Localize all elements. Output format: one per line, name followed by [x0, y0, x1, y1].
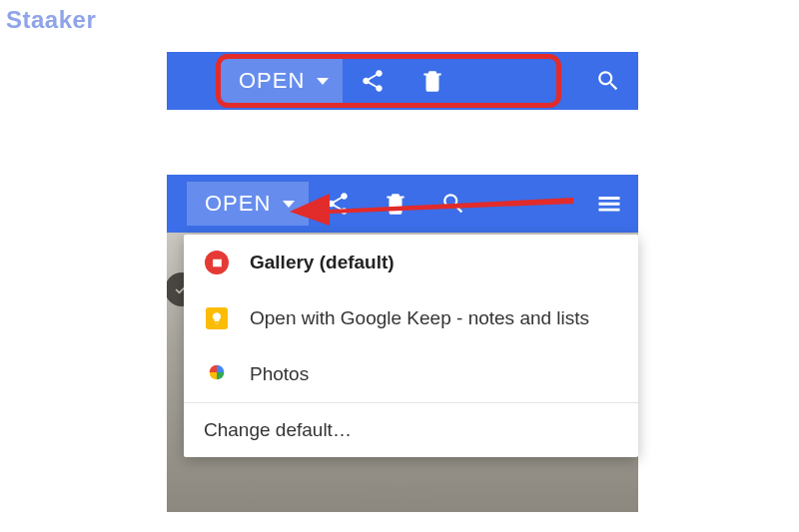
watermark-text: Staaker [6, 6, 96, 34]
open-with-label: OPEN [205, 191, 271, 217]
open-with-label: OPEN [239, 68, 305, 94]
open-with-button[interactable]: OPEN [187, 182, 309, 226]
hamburger-menu-icon[interactable] [580, 175, 638, 233]
caret-down-icon [317, 78, 329, 85]
open-with-option-keep[interactable]: Open with Google Keep - notes and lists [184, 290, 638, 346]
open-with-option-photos[interactable]: Photos [184, 346, 638, 402]
option-label: Gallery (default) [250, 252, 395, 273]
keep-app-icon [204, 305, 230, 331]
share-icon[interactable] [343, 52, 402, 110]
gallery-app-icon [204, 250, 230, 275]
search-icon[interactable] [424, 175, 482, 233]
option-label: Photos [250, 363, 309, 385]
search-icon[interactable] [578, 52, 638, 110]
photos-app-icon [204, 361, 230, 387]
app-toolbar-top: OPEN [167, 52, 638, 110]
trash-icon[interactable] [367, 175, 424, 233]
share-icon[interactable] [309, 175, 367, 233]
open-with-option-gallery[interactable]: Gallery (default) [184, 235, 638, 290]
change-default-link[interactable]: Change default… [184, 403, 638, 457]
option-label: Open with Google Keep - notes and lists [250, 307, 589, 329]
caret-down-icon [283, 201, 295, 208]
open-with-button[interactable]: OPEN [221, 59, 343, 103]
trash-icon[interactable] [402, 52, 462, 110]
app-toolbar-main: OPEN [167, 175, 638, 233]
open-with-dropdown: Gallery (default) Open with Google Keep … [184, 235, 638, 457]
